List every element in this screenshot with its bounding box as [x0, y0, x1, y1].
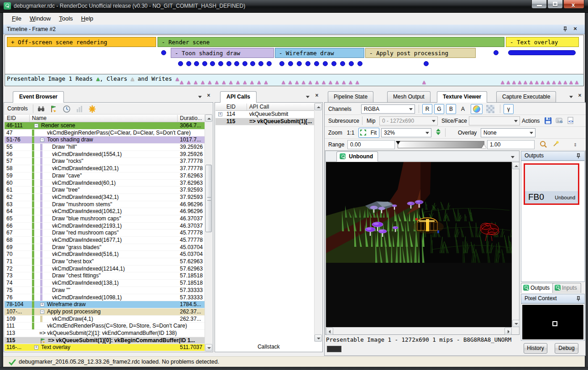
timeline-event-dot[interactable] — [178, 61, 183, 66]
open-code-icon[interactable]: <> — [567, 116, 576, 125]
event-browser-header[interactable]: EID Name Duratio... — [5, 115, 205, 122]
jump-to-event-icon[interactable] — [49, 104, 58, 114]
usage-triangle[interactable]: ▲ — [295, 78, 299, 85]
timeline-event-pill[interactable] — [508, 50, 576, 55]
usage-triangle[interactable]: ▲ — [187, 78, 190, 85]
scroll-up-button[interactable] — [315, 103, 322, 110]
usage-triangle[interactable]: ▲ — [569, 78, 573, 85]
pin-icon[interactable] — [575, 153, 582, 159]
tab-pipeline-state[interactable]: Pipeline State — [328, 91, 373, 102]
event-row[interactable]: 55Draw "hill"39.25926 — [5, 144, 205, 151]
event-row[interactable]: 70vkCmdDrawIndexed(516,1)45.03704 — [5, 251, 205, 258]
usage-triangle[interactable]: ▲ — [315, 78, 319, 85]
api-call-row[interactable]: 115=> vkQueueSubmit(1)[... — [215, 118, 315, 125]
timeline-event-dot[interactable] — [218, 61, 223, 66]
timeline-event-dot[interactable] — [349, 61, 354, 66]
usage-triangle[interactable]: ▲ — [201, 78, 205, 85]
fit-button[interactable]: Fit — [358, 128, 379, 138]
event-row[interactable]: 64vkCmdDrawIndexed(1062,1)46.96296 — [5, 208, 205, 215]
gamma-button[interactable]: γ — [504, 104, 514, 114]
mip-select[interactable]: 0 - 1272x690 — [379, 116, 438, 125]
usage-triangle[interactable]: ▲ — [329, 78, 332, 85]
timeline-event-dot[interactable] — [258, 61, 263, 66]
chevron-down-icon[interactable] — [509, 153, 516, 160]
usage-triangle[interactable]: ▲ — [546, 78, 550, 85]
range-slider[interactable] — [398, 141, 484, 148]
usage-triangle[interactable]: ▲ — [564, 78, 567, 85]
timeline-marker[interactable]: - Wireframe draw — [275, 48, 364, 58]
menu-window[interactable]: Window — [26, 13, 55, 24]
timeline-marker[interactable]: - Render scene — [158, 37, 504, 47]
usage-triangle[interactable]: ▲ — [309, 78, 312, 85]
usage-triangle[interactable]: ▲ — [541, 78, 545, 85]
alpha-channel-button[interactable]: A — [458, 104, 468, 114]
chevron-down-icon[interactable] — [196, 93, 204, 99]
scroll-down-button[interactable] — [512, 320, 520, 327]
event-row[interactable]: 62vkCmdDrawIndexed(342,1)37.92593 — [5, 194, 205, 201]
usage-triangle[interactable]: ▲ — [530, 78, 533, 85]
timeline-marker[interactable]: + Off-screen scene rendering — [7, 37, 156, 47]
debug-button[interactable]: Debug — [555, 343, 578, 354]
close-icon[interactable]: × — [576, 92, 583, 99]
chevron-down-icon[interactable] — [567, 93, 575, 99]
usage-triangle[interactable]: ▲ — [518, 78, 522, 85]
timeline-marker[interactable]: - Text overlay — [506, 37, 579, 47]
expand-toggle[interactable]: − — [40, 310, 44, 314]
usage-triangle[interactable]: ▲ — [302, 78, 305, 85]
column-eid[interactable]: EID — [7, 115, 16, 121]
usage-triangle[interactable]: ▲ — [243, 78, 247, 85]
expand-toggle[interactable]: − — [34, 124, 38, 128]
usage-triangle[interactable]: ▲ — [552, 78, 556, 85]
tab-capture-executable[interactable]: Capture Executable — [496, 91, 556, 102]
timeline-event-dot[interactable] — [323, 61, 328, 66]
event-row[interactable]: 68vkCmdDrawIndexed(1677,1)45.77778 — [5, 237, 205, 244]
scroll-down-button[interactable] — [315, 334, 322, 342]
tab-mesh-output[interactable]: Mesh Output — [387, 91, 430, 102]
menu-file[interactable]: File — [8, 13, 26, 24]
overlay-select[interactable]: None — [481, 128, 536, 137]
event-row[interactable]: 116-...+Text overlay511.7037 — [5, 344, 205, 351]
event-row[interactable]: 111vkCmdEndRenderPass(C=Store, D=Store, … — [5, 323, 205, 330]
callstack-label[interactable]: Callstack — [215, 344, 322, 350]
timeline-event-dot[interactable] — [226, 61, 231, 66]
black-point-handle[interactable] — [396, 141, 400, 145]
toolbar-overflow-icon[interactable]: ⇕ — [573, 142, 577, 147]
timeline-event-dot[interactable] — [279, 61, 284, 66]
timeline-event-dot[interactable] — [161, 50, 166, 55]
event-row[interactable]: 75Draw ""57.33333 — [5, 287, 205, 294]
history-button[interactable]: History — [524, 343, 547, 354]
usage-triangle[interactable]: ▲ — [215, 78, 219, 85]
close-button[interactable]: x — [563, 0, 584, 9]
red-channel-button[interactable]: R — [422, 104, 432, 114]
timeline-event-dot[interactable] — [194, 61, 199, 66]
event-row[interactable]: 73Draw "chest fittings"57.18518 — [5, 272, 205, 280]
timeline-event-dot[interactable] — [202, 61, 207, 66]
timeline-event-dot[interactable] — [297, 61, 302, 66]
usage-triangle[interactable]: ▲ — [257, 78, 261, 85]
close-icon[interactable]: × — [205, 92, 212, 99]
api-call-row[interactable]: +114vkQueueSubmit — [215, 111, 315, 118]
timeline-event-dot[interactable] — [288, 61, 293, 66]
event-row[interactable]: 115=> vkQueueSubmit(1)[0]: vkBeginComman… — [5, 337, 205, 344]
usage-triangle[interactable]: ▲ — [250, 78, 254, 85]
scroll-up-button[interactable] — [205, 115, 212, 122]
channels-select[interactable]: RGBA — [361, 104, 415, 114]
usage-triangle[interactable]: ▲ — [229, 78, 233, 85]
timeline-event-dot[interactable] — [186, 61, 191, 66]
usage-triangle[interactable]: ▲ — [208, 78, 212, 85]
blue-channel-button[interactable]: B — [446, 104, 456, 114]
pixel-context-view[interactable] — [522, 305, 583, 339]
timeline-track[interactable]: + Off-screen scene rendering- Render sce… — [5, 35, 584, 74]
usage-triangle[interactable]: ▲ — [575, 78, 579, 85]
event-row[interactable]: 113=> vkQueueSubmit(2)[1]: vkEndCommandB… — [5, 330, 205, 337]
link-icon[interactable] — [555, 116, 564, 125]
event-row[interactable]: 60vkCmdDrawIndexed(60,1)37.62963 — [5, 180, 205, 187]
scroll-thumb[interactable] — [205, 165, 212, 232]
close-icon[interactable]: × — [572, 25, 578, 32]
tab-texture-viewer[interactable]: Texture Viewer — [437, 91, 487, 103]
magnifier-icon[interactable] — [539, 140, 548, 149]
timeline-marker[interactable]: - Apply post processing — [365, 48, 476, 58]
event-row[interactable]: 74vkCmdDrawIndexed(138,1)57.18518 — [5, 280, 205, 287]
minimize-button[interactable] — [531, 0, 547, 9]
save-icon[interactable] — [544, 116, 553, 125]
